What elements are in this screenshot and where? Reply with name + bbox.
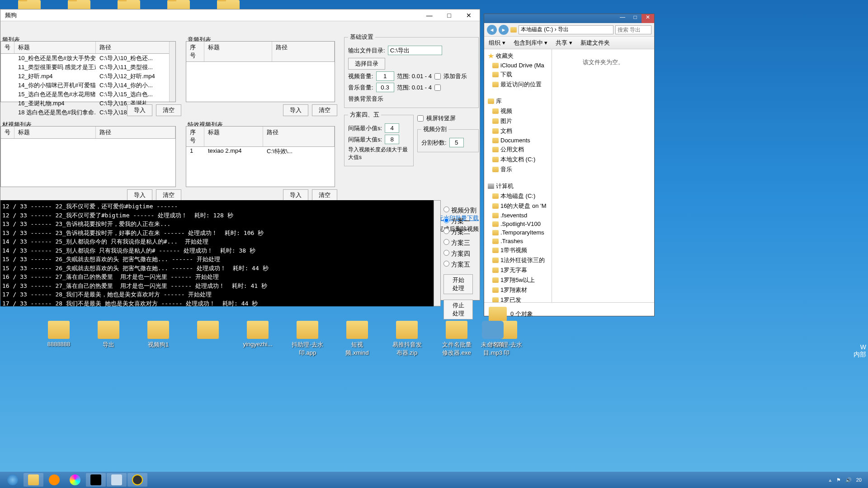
radio-plan3[interactable]: 方案三 xyxy=(443,239,476,247)
radio-plan1[interactable]: 方案一 xyxy=(443,217,476,225)
taskbar-explorer[interactable] xyxy=(24,473,43,487)
video-volume-input[interactable] xyxy=(376,71,394,81)
output-dir-input[interactable] xyxy=(388,46,442,55)
import-button[interactable]: 导入 xyxy=(127,104,152,116)
import-button[interactable]: 导入 xyxy=(283,189,308,201)
col-title[interactable]: 标题 xyxy=(14,127,96,138)
desktop-folder-icon[interactable] xyxy=(247,321,269,339)
close-button[interactable]: ✕ xyxy=(642,14,654,23)
taskbar-app[interactable] xyxy=(65,473,85,487)
share-menu[interactable]: 共享 ▾ xyxy=(556,39,572,47)
tree-item[interactable]: 图片 xyxy=(485,116,551,126)
tree-item[interactable]: 公用文档 xyxy=(485,145,551,155)
tree-item[interactable]: .fseventsd xyxy=(485,211,551,220)
tree-item[interactable]: 1带书视频 xyxy=(485,245,551,255)
table-row[interactable]: 15_选白色还是黑色#水花用猪变...C:\导入\15_选白色... xyxy=(1,90,175,99)
clear-button[interactable]: 清空 xyxy=(312,189,337,201)
tree-item[interactable]: 文档 xyxy=(485,126,551,136)
col-index[interactable]: 序号 xyxy=(186,127,204,146)
search-input[interactable] xyxy=(615,25,651,34)
tree-header[interactable]: 计算机 xyxy=(485,181,551,191)
address-bar[interactable] xyxy=(519,25,613,34)
col-path[interactable]: 路径 xyxy=(96,127,175,138)
gap-max-input[interactable] xyxy=(385,135,399,144)
console-scrollbar[interactable] xyxy=(434,200,441,306)
back-button[interactable]: ◄ xyxy=(487,25,497,35)
tree-item[interactable]: 本地文档 (C:) xyxy=(485,155,551,164)
tray-icon[interactable]: ⚑ xyxy=(836,477,841,483)
table-row[interactable]: 1texiao 2.mp4C:\特效\... xyxy=(186,147,335,156)
tree-item[interactable]: 16的大硬盘 on 'M xyxy=(485,201,551,211)
taskbar-media[interactable] xyxy=(44,473,64,487)
tree-item[interactable]: .Spotlight-V100 xyxy=(485,220,551,228)
minimize-button[interactable]: — xyxy=(616,14,629,23)
col-index[interactable]: 号 xyxy=(1,42,14,53)
include-menu[interactable]: 包含到库中 ▾ xyxy=(514,39,548,47)
maximize-button[interactable]: □ xyxy=(440,12,458,19)
table-row[interactable]: 11_类型很重要吗 感觉才是王道...C:\导入\11_类型很... xyxy=(1,63,175,72)
gap-min-input[interactable] xyxy=(385,123,399,133)
tree-item[interactable]: 本地磁盘 (C:) xyxy=(485,191,551,201)
tree-header[interactable]: 库 xyxy=(485,96,551,106)
tree-item[interactable]: iCloud Drive (Ma xyxy=(485,61,551,70)
clear-button[interactable]: 清空 xyxy=(156,104,181,116)
taskbar-cmd[interactable] xyxy=(86,473,106,487)
tree-header[interactable]: 收藏夹 xyxy=(485,51,551,61)
tree-item[interactable]: 1法外狂徒张三的 xyxy=(485,255,551,265)
table-row[interactable]: 10_粉色还是黑色#放大手势变装...C:\导入\10_粉色还... xyxy=(1,54,175,63)
tree-item[interactable]: 1罗已发 xyxy=(485,295,551,302)
col-path[interactable]: 路径 xyxy=(96,42,175,53)
forward-button[interactable]: ► xyxy=(499,25,509,35)
desktop-folder-icon[interactable] xyxy=(147,321,169,339)
desktop-folder-icon[interactable] xyxy=(396,321,418,339)
new-folder-button[interactable]: 新建文件夹 xyxy=(580,39,610,47)
tree-item[interactable]: 1罗翔素材 xyxy=(485,285,551,295)
tray-icon[interactable]: ⟁ xyxy=(829,477,832,483)
desktop-folder-icon[interactable] xyxy=(197,321,219,339)
start-button[interactable]: 开始处理 xyxy=(443,274,473,294)
import-button[interactable]: 导入 xyxy=(283,104,308,116)
start-button[interactable] xyxy=(3,473,23,487)
desktop-folder-icon[interactable] xyxy=(48,321,70,339)
radio-plan2[interactable]: 方案二 xyxy=(443,228,476,236)
tree-item[interactable]: .TemporaryItems xyxy=(485,228,551,237)
minimize-button[interactable]: — xyxy=(420,12,439,19)
desktop-folder-icon[interactable] xyxy=(297,321,318,339)
desktop-folder-icon[interactable] xyxy=(98,321,119,339)
tree-item[interactable]: .Trashes xyxy=(485,237,551,245)
col-index[interactable]: 号 xyxy=(1,127,14,138)
desktop-folder-icon[interactable] xyxy=(446,321,467,339)
explorer-tree[interactable]: 收藏夹iCloud Drive (Ma下载最近访问的位置库视频图片文档Docum… xyxy=(484,49,552,302)
tray-clock[interactable]: 20 xyxy=(856,477,862,483)
taskbar-app2[interactable] xyxy=(127,473,147,487)
clear-button[interactable]: 清空 xyxy=(156,189,181,201)
close-button[interactable]: ✕ xyxy=(460,12,478,19)
maximize-button[interactable]: □ xyxy=(629,14,642,23)
tree-item[interactable]: 1罗翔5w以上 xyxy=(485,275,551,285)
desktop-folder-icon[interactable] xyxy=(346,321,368,339)
system-tray[interactable]: ⟁ ⚑ 🔊 20 xyxy=(829,477,865,483)
tree-item[interactable]: 视频 xyxy=(485,106,551,116)
import-button[interactable]: 导入 xyxy=(127,189,152,201)
tree-item[interactable]: 下载 xyxy=(485,70,551,80)
tree-item[interactable]: Documents xyxy=(485,136,551,145)
col-title[interactable]: 标题 xyxy=(14,42,96,53)
radio-split[interactable]: 视频分割 xyxy=(443,206,476,215)
table-row[interactable]: 12_好听.mp4C:\导入\12_好听.mp4 xyxy=(1,72,175,81)
replace-bg-checkbox[interactable] xyxy=(434,84,441,91)
add-music-checkbox[interactable] xyxy=(434,73,441,80)
clear-button[interactable]: 清空 xyxy=(312,104,337,116)
organize-menu[interactable]: 组织 ▾ xyxy=(489,39,505,47)
col-index[interactable]: 序号 xyxy=(186,42,204,61)
stop-button[interactable]: 停止处理 xyxy=(443,300,473,319)
landscape-checkbox[interactable] xyxy=(417,115,424,122)
tray-icon[interactable]: 🔊 xyxy=(845,477,852,483)
col-title[interactable]: 标题 xyxy=(204,42,272,61)
taskbar-notepad[interactable] xyxy=(107,473,127,487)
split-sec-input[interactable] xyxy=(449,138,464,147)
explorer-titlebar[interactable]: — □ ✕ xyxy=(484,14,654,23)
scrollbar[interactable] xyxy=(169,42,175,102)
music-volume-input[interactable] xyxy=(376,83,394,92)
table-row[interactable]: 14_你的小猫咪已开机#可爱猫爪...C:\导入\14_你的小... xyxy=(1,81,175,90)
tree-item[interactable]: 1罗无字幕 xyxy=(485,265,551,275)
